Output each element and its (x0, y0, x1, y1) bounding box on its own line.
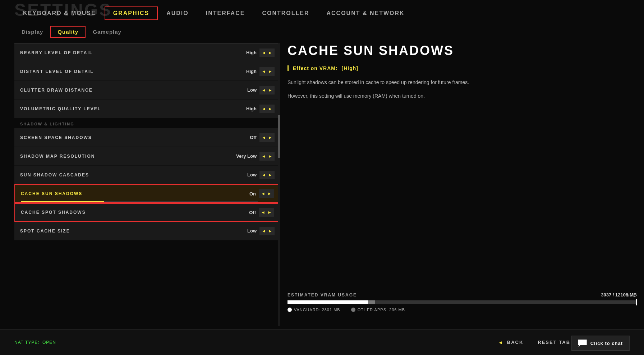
arrow-right-icon[interactable]: ► (267, 209, 272, 216)
setting-value-container: High ◄ ► (228, 67, 275, 76)
arrows-box[interactable]: ◄ ► (259, 171, 275, 179)
tab-interface[interactable]: INTERFACE (197, 6, 254, 20)
setting-value-distant-lod: High (228, 69, 257, 74)
table-row[interactable]: SPOT CACHE SIZE Low ◄ ► (14, 222, 280, 240)
arrows-box[interactable]: ◄ ► (259, 67, 275, 76)
legend-vanguard: VANGUARD: 2801 MB (288, 308, 340, 312)
setting-row-cache-sun[interactable]: CACHE SUN SHADOWS On ◄ ► (14, 184, 280, 203)
nat-type-text: NAT TYPE: (14, 340, 40, 345)
subtab-gameplay[interactable]: Gameplay (86, 26, 129, 38)
arrows-box[interactable]: ◄ ► (259, 152, 275, 161)
arrows-box[interactable]: ◄ ► (259, 86, 275, 94)
arrow-right-icon[interactable]: ► (267, 134, 273, 141)
legend-other: OTHER APPS: 236 MB (351, 308, 405, 312)
arrow-right-icon[interactable]: ► (267, 171, 273, 179)
setting-value-container: Off ◄ ► (227, 208, 274, 217)
detail-panel: CACHE SUN SHADOWS Effect on VRAM: [High]… (288, 43, 637, 326)
chat-button[interactable]: Click to chat (571, 336, 630, 351)
scrollbar-thumb[interactable] (278, 115, 280, 158)
arrows-box[interactable]: ◄ ► (259, 227, 275, 235)
table-row[interactable]: CLUTTER DRAW DISTANCE Low ◄ ► (14, 81, 280, 100)
arrows-box[interactable]: ◄ ► (259, 208, 274, 217)
detail-title: CACHE SUN SHADOWS (288, 43, 637, 58)
detail-description: Sunlight shadows can be stored in cache … (288, 78, 489, 100)
subtab-display[interactable]: Display (14, 26, 50, 38)
bottom-bar: NAT TYPE: OPEN ◄ BACK RESET TAB ACCESSIB… (0, 329, 644, 355)
table-row[interactable]: DISTANT LEVEL OF DETAIL High ◄ ► (14, 62, 280, 81)
vram-max-label: MAX (626, 294, 635, 298)
setting-value-container: Very Low ◄ ► (228, 152, 275, 161)
legend-dot-white (288, 308, 292, 312)
arrows-box[interactable]: ◄ ► (259, 189, 274, 198)
setting-value-container: Off ◄ ► (228, 133, 275, 142)
arrow-left-icon[interactable]: ◄ (261, 153, 267, 160)
reset-tab-button[interactable]: RESET TAB (538, 340, 570, 345)
arrows-box[interactable]: ◄ ► (259, 49, 275, 57)
vram-bar: MAX (288, 300, 637, 304)
legend-vanguard-label: VANGUARD: 2801 MB (294, 308, 340, 312)
setting-value-container: Low ◄ ► (228, 227, 275, 235)
setting-value-container: On ◄ ► (227, 189, 274, 198)
back-icon: ◄ (497, 339, 504, 346)
table-row[interactable]: VOLUMETRIC QUALITY LEVEL High ◄ ► (14, 100, 280, 118)
arrow-left-icon[interactable]: ◄ (260, 190, 266, 197)
arrows-box[interactable]: ◄ ► (259, 133, 275, 142)
vram-bar-other (368, 300, 375, 304)
tab-keyboard[interactable]: KEYBOARD & MOUSE (14, 6, 105, 20)
setting-value-sun-cascades: Low (228, 172, 257, 178)
setting-value-container: High ◄ ► (228, 105, 275, 113)
setting-name-cache-spot: CACHE SPOT SHADOWS (21, 210, 86, 215)
arrow-right-icon[interactable]: ► (267, 105, 273, 112)
subtab-quality[interactable]: Quality (50, 26, 86, 38)
chat-label: Click to chat (590, 341, 623, 346)
chat-icon (578, 340, 587, 347)
vram-usage-section: ESTIMATED VRAM USAGE 3037 / 12108 MB MAX… (288, 292, 637, 312)
setting-name-spot-cache: SPOT CACHE SIZE (20, 229, 70, 234)
arrow-left-icon[interactable]: ◄ (261, 171, 267, 179)
tab-graphics[interactable]: GRAPHICS (105, 6, 158, 20)
setting-name-shadow-map: SHADOW MAP RESOLUTION (20, 154, 95, 159)
arrow-left-icon[interactable]: ◄ (260, 209, 266, 216)
vram-value-text: [High] (342, 65, 358, 71)
setting-name-nearby-lod: NEARBY LEVEL OF DETAIL (20, 50, 93, 55)
setting-value-nearby-lod: High (228, 50, 257, 55)
setting-name-distant-lod: DISTANT LEVEL OF DETAIL (20, 69, 94, 74)
arrow-left-icon[interactable]: ◄ (261, 134, 267, 141)
arrow-right-icon[interactable]: ► (267, 153, 273, 160)
setting-value-cache-sun: On (227, 191, 256, 197)
back-button[interactable]: ◄ BACK (497, 339, 524, 346)
arrow-left-icon[interactable]: ◄ (261, 105, 267, 112)
reset-label: RESET TAB (538, 340, 570, 345)
table-row[interactable]: SHADOW MAP RESOLUTION Very Low ◄ ► (14, 147, 280, 166)
arrow-right-icon[interactable]: ► (267, 68, 273, 75)
arrow-right-icon[interactable]: ► (267, 227, 273, 235)
setting-name-cache-sun: CACHE SUN SHADOWS (21, 191, 82, 196)
table-row[interactable]: SUN SHADOW CASCADES Low ◄ ► (14, 166, 280, 184)
scrollbar-track[interactable] (278, 43, 280, 326)
arrow-left-icon[interactable]: ◄ (261, 68, 267, 75)
setting-value-cache-spot: Off (227, 210, 256, 215)
arrows-box[interactable]: ◄ ► (259, 105, 275, 113)
setting-value-container: High ◄ ► (228, 49, 275, 57)
arrow-right-icon[interactable]: ► (267, 190, 272, 197)
tab-audio[interactable]: AUDIO (158, 6, 197, 20)
vram-legend: VANGUARD: 2801 MB OTHER APPS: 236 MB (288, 308, 637, 312)
nat-type-label: NAT TYPE: OPEN (14, 340, 56, 345)
setting-name-volumetric: VOLUMETRIC QUALITY LEVEL (20, 106, 101, 111)
setting-value-screen-space: Off (228, 135, 257, 140)
arrow-left-icon[interactable]: ◄ (261, 49, 267, 56)
tab-controller[interactable]: CONTROLLER (253, 6, 318, 20)
table-row[interactable]: SCREEN SPACE SHADOWS Off ◄ ► (14, 128, 280, 147)
arrow-right-icon[interactable]: ► (267, 87, 273, 94)
arrow-right-icon[interactable]: ► (267, 49, 273, 56)
setting-row-cache-spot[interactable]: CACHE SPOT SHADOWS Off ◄ ► (14, 203, 280, 222)
setting-value-container: Low ◄ ► (228, 86, 275, 94)
nat-type-status: OPEN (42, 340, 56, 345)
detail-desc-2: However, this setting will use memory (R… (288, 92, 489, 100)
tab-account[interactable]: ACCOUNT & NETWORK (318, 6, 413, 20)
setting-value-spot-cache: Low (228, 228, 257, 234)
progress-bar (21, 201, 258, 202)
table-row[interactable]: NEARBY LEVEL OF DETAIL High ◄ ► (14, 43, 280, 62)
arrow-left-icon[interactable]: ◄ (261, 227, 267, 235)
arrow-left-icon[interactable]: ◄ (261, 87, 267, 94)
